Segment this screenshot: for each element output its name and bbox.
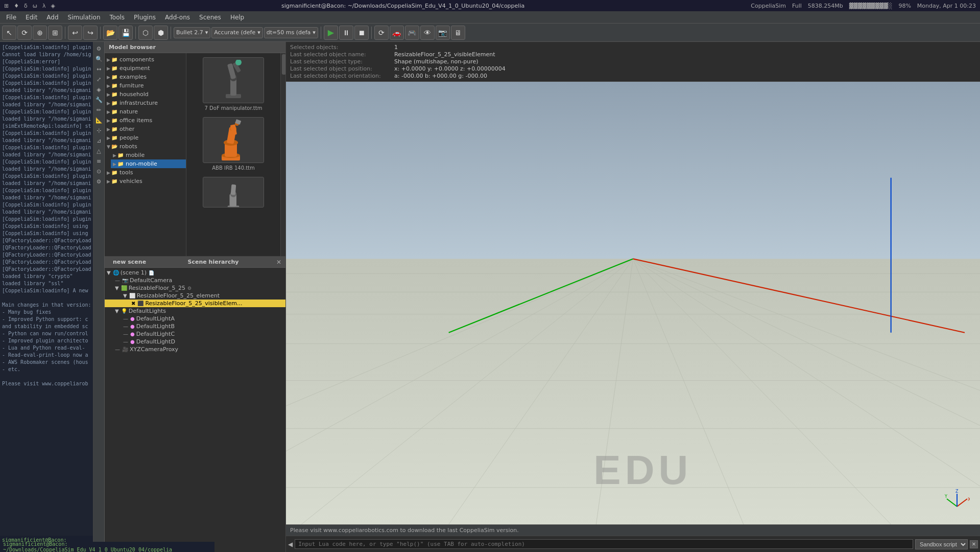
- sandbox-script-dropdown[interactable]: Sandbox script: [915, 539, 968, 549]
- model-item-1[interactable]: 7 DoF manipulator.ttm: [203, 57, 264, 111]
- scene-item-scene1[interactable]: ▼ 🌐 (scene 1) 📄: [105, 269, 285, 277]
- tree-furniture[interactable]: ▶ 📁 furniture: [105, 81, 186, 90]
- new-scene-tab[interactable]: new scene: [109, 258, 150, 266]
- menu-addons[interactable]: Add-ons: [161, 13, 194, 22]
- left-tool-10[interactable]: ⊿: [94, 136, 104, 145]
- icon-1[interactable]: ⊞: [4, 3, 9, 9]
- terminal-line: [QFactoryLoader::QFactoryLoader(: [2, 244, 91, 251]
- lua-input[interactable]: [295, 539, 913, 549]
- arrow-tools: ▶: [107, 170, 110, 175]
- timestep-dropdown[interactable]: dt=50 ms (defa ▾: [264, 27, 318, 38]
- accuracy-dropdown[interactable]: Accurate (defe ▾: [211, 27, 262, 38]
- scene-item-lights[interactable]: ▼ 💡 DefaultLights: [105, 307, 285, 315]
- terminal-line: [simExtRemoteApi:loadinfo] sta: [2, 123, 91, 130]
- tree-mobile[interactable]: ▶ 📁 mobile: [111, 151, 186, 159]
- terminal-line: - Improved plugin architecto: [2, 337, 91, 344]
- terminal-line: [CoppeliaSim:loadinfo] plugin: [2, 201, 91, 209]
- toolbar-pause[interactable]: ⏸: [339, 26, 353, 40]
- left-tool-14[interactable]: ⚙: [94, 177, 104, 186]
- model-item-3[interactable]: [203, 177, 264, 210]
- toolbar-redo[interactable]: ↪: [83, 26, 98, 40]
- toolbar-gamepad[interactable]: 🎮: [405, 26, 419, 40]
- menu-help[interactable]: Help: [226, 13, 248, 22]
- toolbar-open[interactable]: 📂: [103, 26, 117, 40]
- left-tool-9[interactable]: ⊹: [94, 126, 104, 135]
- scene-item-lightc[interactable]: — ● DefaultLightC: [105, 330, 285, 338]
- toolbar-cam-reset[interactable]: ⟳: [374, 26, 389, 40]
- left-tool-11[interactable]: △: [94, 146, 104, 155]
- toolbar-screen[interactable]: 🖥: [451, 26, 465, 40]
- left-tool-5[interactable]: ◈: [94, 85, 104, 94]
- menu-tools[interactable]: Tools: [106, 13, 129, 22]
- toolbar-undo[interactable]: ↩: [68, 26, 82, 40]
- icon-omega[interactable]: ω: [33, 3, 37, 9]
- icon-xyzproxy: —: [115, 347, 120, 352]
- menu-edit[interactable]: Edit: [21, 13, 41, 22]
- toolbar-stop[interactable]: ⏹: [354, 26, 369, 40]
- scene-item-floor[interactable]: ▼ 🟩 ResizableFloor_5_25 ⚙: [105, 284, 285, 292]
- prop-label-type: Last selected object type:: [290, 58, 392, 65]
- icon-lambda[interactable]: λ: [42, 3, 46, 9]
- toolbar-scale[interactable]: ⊞: [48, 26, 62, 40]
- menu-add[interactable]: Add: [42, 13, 62, 22]
- left-tool-8[interactable]: 📐: [94, 116, 104, 125]
- toolbar-rotate[interactable]: ⟳: [17, 26, 32, 40]
- scene-item-floor-element[interactable]: ▼ ⬜ ResizableFloor_5_25_element: [105, 292, 285, 300]
- toolbar-save[interactable]: 💾: [118, 26, 133, 40]
- tree-equipment[interactable]: ▶ 📁 equipment: [105, 64, 186, 73]
- lua-scroll-btn[interactable]: ◀: [288, 541, 293, 548]
- prop-group-selected: Selected objects: 1 Last selected object…: [290, 44, 506, 79]
- left-tool-13[interactable]: ⊙: [94, 167, 104, 176]
- tree-tools[interactable]: ▶ 📁 tools: [105, 168, 186, 177]
- model-preview-scrollbar[interactable]: [280, 53, 285, 256]
- left-tool-3[interactable]: ↔: [94, 64, 104, 74]
- menu-simulation[interactable]: Simulation: [64, 13, 105, 22]
- tree-components[interactable]: ▶ 📁 components: [105, 55, 186, 64]
- tree-other[interactable]: ▶ 📁 other: [105, 125, 186, 133]
- toolbar-obj-rotate[interactable]: ⊕: [33, 26, 47, 40]
- terminal-line: loaded library "/home/sigmanif: [2, 116, 91, 123]
- toolbar-cursor[interactable]: ↖: [2, 26, 16, 40]
- scene-item-lightb[interactable]: — ● DefaultLightB: [105, 323, 285, 330]
- toolbar-car[interactable]: 🚗: [390, 26, 404, 40]
- scene-item-camera[interactable]: — 📷 DefaultCamera: [105, 277, 285, 284]
- toolbar-view2[interactable]: ⬢: [154, 26, 168, 40]
- left-tool-4[interactable]: ⤢: [94, 75, 104, 84]
- tree-nature[interactable]: ▶ 📁 nature: [105, 107, 186, 116]
- left-tool-2[interactable]: 🔍: [94, 54, 104, 63]
- terminal-line: [CoppeliaSim:error]: [2, 58, 91, 65]
- tree-people[interactable]: ▶ 📁 people: [105, 133, 186, 142]
- tree-non-mobile[interactable]: ▶ 📁 non-mobile: [111, 159, 186, 168]
- toolbar-eye[interactable]: 👁: [420, 26, 435, 40]
- left-tool-12[interactable]: ≡: [94, 156, 104, 166]
- tree-vehicles[interactable]: ▶ 📁 vehicles: [105, 177, 186, 186]
- tree-infrastructure[interactable]: ▶ 📁 infrastructure: [105, 99, 186, 107]
- toolbar-play[interactable]: ▶: [324, 26, 338, 40]
- scene-item-floor-visible[interactable]: ✖ ⬛ ResizableFloor_5_25_visibleElem...: [105, 300, 285, 307]
- icon-2[interactable]: ♦: [14, 3, 19, 9]
- physics-dropdown[interactable]: Bullet 2.7 ▾: [174, 27, 210, 38]
- menu-scenes[interactable]: Scenes: [195, 13, 225, 22]
- viewport-3d[interactable]: EDU X Y Z: [286, 82, 980, 524]
- model-item-2[interactable]: ABB IRB 140.ttm: [203, 117, 264, 171]
- lua-close-button[interactable]: ✕: [970, 540, 978, 548]
- scene-hierarchy-close[interactable]: ✕: [276, 259, 281, 266]
- model-thumb-1: [203, 57, 264, 103]
- icon-c[interactable]: ◈: [51, 3, 55, 9]
- tree-examples[interactable]: ▶ 📁 examples: [105, 73, 186, 81]
- menu-file[interactable]: File: [2, 13, 20, 22]
- scene-item-xyzproxy[interactable]: — 🎥 XYZCameraProxy: [105, 346, 285, 353]
- toolbar-view1[interactable]: ⬡: [138, 26, 153, 40]
- icon-delta[interactable]: δ: [24, 3, 28, 9]
- left-tool-1[interactable]: ⚙: [94, 44, 104, 53]
- tree-household[interactable]: ▶ 📁 household: [105, 90, 186, 99]
- tree-office-items[interactable]: ▶ 📁 office items: [105, 116, 186, 125]
- toolbar-camera[interactable]: 📷: [436, 26, 450, 40]
- left-tool-6[interactable]: 🔧: [94, 95, 104, 104]
- menu-plugins[interactable]: Plugins: [130, 13, 160, 22]
- folder-tools: 📁: [111, 170, 117, 175]
- tree-robots[interactable]: ▼ 📂 robots: [105, 142, 186, 151]
- scene-item-lightd[interactable]: — ● DefaultLightD: [105, 338, 285, 346]
- left-tool-7[interactable]: ✏: [94, 105, 104, 114]
- scene-item-lighta[interactable]: — ● DefaultLightA: [105, 315, 285, 323]
